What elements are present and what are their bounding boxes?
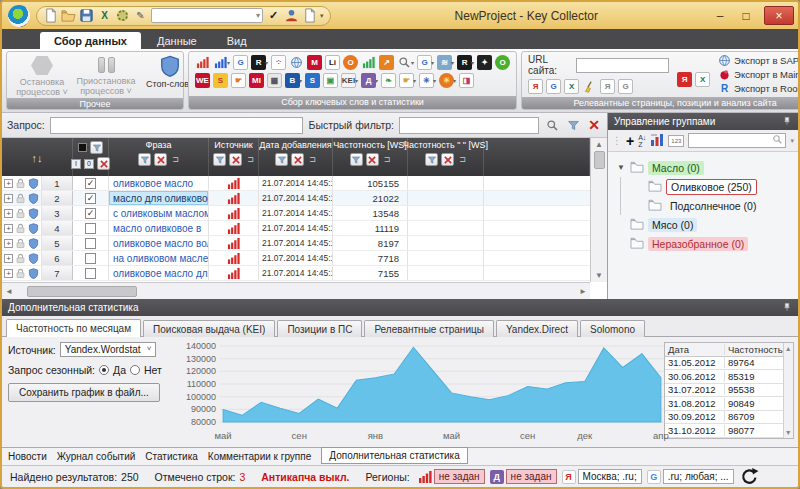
collect-service-icon[interactable]: ≋ (437, 55, 452, 70)
column-pin-icon[interactable]: ⊐ (309, 155, 316, 164)
horizontal-scrollbar[interactable]: ◄ ► (2, 282, 590, 299)
bottom-tab-3[interactable]: Статистика (145, 451, 198, 462)
collect-service-icon[interactable] (289, 55, 304, 70)
table-row[interactable]: +1✓оливковое масло21.07.2014 14:45:15105… (2, 176, 607, 191)
table-row[interactable]: +6на оливковом масле21.07.2014 14:45:157… (2, 251, 607, 266)
source-select[interactable]: Yandex.Wordstat (60, 342, 156, 357)
filter-icon[interactable] (275, 153, 288, 166)
maximize-button[interactable]: □ (738, 9, 754, 23)
collect-service-icon[interactable]: O (495, 55, 510, 70)
row-check-cell[interactable] (73, 266, 109, 280)
bottom-tab-4[interactable]: Комментарии к группе (208, 451, 311, 462)
filter-icon[interactable] (425, 153, 438, 166)
collect-service-icon[interactable]: ❧ (381, 73, 396, 88)
toolbar-overflow-icon[interactable]: ▾ (790, 137, 794, 145)
check-filter-icon[interactable] (90, 141, 103, 154)
row-checkbox[interactable]: ✓ (85, 178, 96, 189)
collect-service-icon[interactable] (195, 55, 210, 70)
region-chip-1[interactable]: не задан (418, 469, 485, 484)
expand-icon[interactable]: + (4, 239, 13, 248)
table-row[interactable]: +5оливковое масло волосы21.07.2014 14:45… (2, 236, 607, 251)
check-on-icon[interactable]: I (71, 159, 81, 169)
expand-icon[interactable]: + (4, 209, 13, 218)
row-check-cell[interactable]: ✓ (73, 206, 109, 220)
lock-icon[interactable] (15, 268, 26, 279)
page-service-icon[interactable]: G (618, 79, 633, 94)
column-pin-icon[interactable]: ⊐ (384, 155, 391, 164)
clear-filter-icon[interactable] (441, 153, 454, 166)
filter-icon[interactable] (213, 153, 226, 166)
seasonal-no-radio[interactable] (130, 365, 140, 375)
ribbon-button-2[interactable]: Приостановка процессов ˅ (75, 53, 137, 97)
column-pin-icon[interactable]: ⊐ (247, 155, 254, 164)
collect-service-icon[interactable]: ◨ (459, 73, 474, 88)
site-url-input[interactable] (576, 58, 669, 73)
region-chip-2[interactable]: Дне задан (490, 469, 557, 484)
shield-icon[interactable] (28, 223, 39, 234)
lock-icon[interactable] (15, 223, 26, 234)
column-pin-icon[interactable]: ⊐ (459, 155, 466, 164)
stats-tab-6[interactable]: Solomono (580, 320, 645, 337)
toolbar-overflow-icon[interactable]: ▾ (320, 12, 324, 20)
edit-wand-icon[interactable]: ✎ (133, 8, 148, 23)
region-chip-4[interactable]: G.ru; любая; ... (647, 469, 734, 484)
stats-tab-5[interactable]: Yandex.Direct (496, 320, 578, 337)
collect-service-icon[interactable]: B (285, 73, 300, 88)
row-check-cell[interactable]: ✓ (73, 191, 109, 205)
collect-service-icon[interactable]: ☛ (231, 73, 246, 88)
stats-tab-4[interactable]: Релевантные страницы (364, 320, 494, 337)
bottom-tab-1[interactable]: Новости (8, 451, 47, 462)
save-project-icon[interactable] (79, 8, 94, 23)
collect-service-icon[interactable] (361, 55, 376, 70)
column-header-2[interactable]: Источник⊐ (209, 138, 259, 176)
column-header-tools[interactable]: ↑↓ (2, 138, 73, 176)
collect-service-icon[interactable]: M (307, 55, 322, 70)
page-service-icon[interactable]: G (546, 79, 561, 94)
page-service-icon[interactable]: X (564, 79, 579, 94)
table-row[interactable]: +2✓масло для оливковое21.07.2014 14:45:1… (2, 191, 607, 206)
filter-icon[interactable] (138, 153, 151, 166)
check-off-icon[interactable]: 0 (84, 159, 94, 169)
shield-icon[interactable] (28, 178, 39, 189)
stats-tab-1[interactable]: Частотность по месяцам (6, 319, 141, 337)
expand-icon[interactable]: + (4, 254, 13, 263)
bottom-tab-2[interactable]: Журнал событий (57, 451, 136, 462)
clear-filter-icon[interactable] (291, 153, 304, 166)
stats-tab-2[interactable]: Поисковая выдача (KEI) (143, 320, 275, 337)
row-check-cell[interactable] (73, 251, 109, 265)
collect-service-icon[interactable]: MI (249, 73, 264, 88)
close-button[interactable]: × (764, 6, 794, 25)
select-all-icon[interactable] (78, 143, 87, 152)
table-row[interactable]: +3✓с оливковым маслом21.07.2014 14:45:15… (2, 206, 607, 221)
clear-filter-icon[interactable] (366, 153, 379, 166)
phrase-cell[interactable]: масло оливковое в (109, 221, 209, 235)
column-header-3[interactable]: Дата добавления⊐ (259, 138, 333, 176)
clear-filter-icon[interactable]: ✕ (586, 117, 602, 133)
notes-icon[interactable] (302, 8, 317, 23)
collect-service-icon[interactable]: WE (195, 73, 210, 88)
collect-service-icon[interactable]: ⁘ (271, 55, 286, 70)
phrase-cell[interactable]: оливковое масло волосы (109, 236, 209, 250)
tree-item-3[interactable]: Подсолнечное (0) (616, 196, 794, 215)
table-row[interactable]: +4масло оливковое в21.07.2014 14:45:1511… (2, 221, 607, 236)
mini-table-scrollbar[interactable]: ▲▼ (783, 343, 793, 438)
column-header-1[interactable]: Фраза⊐ (109, 138, 209, 176)
seasonal-yes-radio[interactable] (99, 365, 109, 375)
column-header-check[interactable]: I0 (73, 138, 109, 176)
phrase-cell[interactable]: оливковое масло для волос (109, 266, 209, 280)
quick-search-combobox[interactable]: ▾ (151, 8, 263, 23)
sort-icon[interactable]: ↑↓ (32, 152, 43, 164)
collect-service-icon[interactable]: R (251, 55, 266, 70)
row-check-cell[interactable]: ✓ (73, 176, 109, 190)
row-checkbox[interactable] (85, 268, 96, 279)
vertical-scrollbar[interactable]: ▲ ▼ (590, 138, 607, 282)
collect-service-icon[interactable]: ☀ (439, 73, 454, 88)
collect-service-icon[interactable]: ✦ (477, 55, 492, 70)
collect-service-icon[interactable]: Li (325, 55, 340, 70)
ribbon-tab-1[interactable]: Сбор данных (40, 32, 141, 49)
page-service-icon[interactable]: Я (528, 79, 543, 94)
lock-icon[interactable] (15, 193, 26, 204)
collect-service-icon[interactable] (397, 55, 412, 70)
collect-service-icon[interactable] (213, 55, 228, 70)
confirm-check-icon[interactable]: ✓ (266, 8, 281, 23)
